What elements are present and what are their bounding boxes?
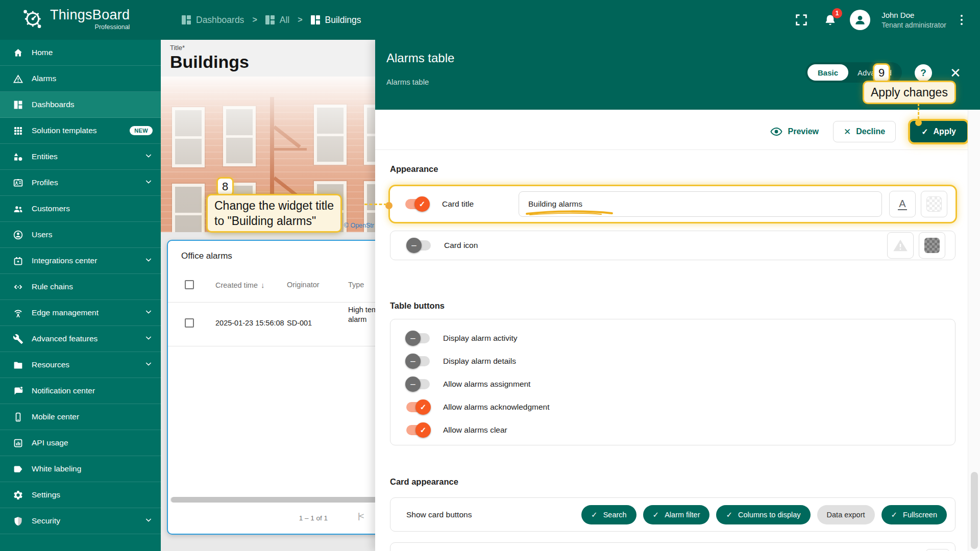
notifications-button[interactable]: 1 xyxy=(821,11,839,29)
column-header-originator[interactable]: Originator xyxy=(287,281,320,289)
sidebar-item-resources[interactable]: Resources xyxy=(0,352,161,378)
smartphone-icon xyxy=(12,411,23,422)
allow-alarms-acknowledgment-toggle[interactable]: ✓ xyxy=(406,402,430,412)
dashboards-icon xyxy=(12,99,23,110)
preview-button[interactable]: Preview xyxy=(770,126,818,138)
toggle-label: Display alarm activity xyxy=(443,334,518,343)
breadcrumb-dashboards[interactable]: Dashboards xyxy=(182,15,244,26)
sidebar-item-dashboards[interactable]: Dashboards xyxy=(0,92,161,118)
sidebar-item-profiles[interactable]: Profiles xyxy=(0,170,161,196)
title-field-value[interactable]: Buildings xyxy=(170,52,249,72)
cell-created-time: 2025-01-23 15:56:08 xyxy=(215,319,284,327)
chip-alarm-filter[interactable]: ✓ Alarm filter xyxy=(643,505,710,524)
chevron-down-icon xyxy=(144,308,153,318)
fullscreen-button[interactable] xyxy=(793,11,810,29)
card-title-input[interactable] xyxy=(519,191,882,217)
cell-originator: SD-001 xyxy=(287,319,312,327)
minus-icon: – xyxy=(411,240,416,251)
breadcrumb-label: Buildings xyxy=(325,15,361,26)
allow-alarms-assignment-toggle[interactable]: – xyxy=(406,379,430,389)
decline-label: Decline xyxy=(856,127,885,136)
card-title-toggle[interactable]: ✓ xyxy=(405,199,429,209)
sort-desc-icon: ↓ xyxy=(261,281,265,289)
sidebar-item-label: Security xyxy=(32,516,144,525)
decline-button[interactable]: ✕ Decline xyxy=(833,121,896,142)
user-menu[interactable]: John Doe Tenant administrator xyxy=(881,11,946,29)
eye-icon xyxy=(770,126,782,138)
sidebar-item-label: Notification center xyxy=(32,386,153,395)
card-icon-toggle[interactable]: – xyxy=(407,240,431,251)
close-icon[interactable]: ✕ xyxy=(947,64,964,82)
panel-scrollbar-thumb[interactable] xyxy=(971,472,978,549)
more-menu-button[interactable] xyxy=(958,12,966,28)
check-icon: ✓ xyxy=(726,510,732,519)
label-tag-icon xyxy=(12,463,23,474)
toggle-row-display-alarm-activity: – Display alarm activity xyxy=(406,327,955,349)
partial-button[interactable] xyxy=(925,549,950,551)
sidebar-item-entities[interactable]: Entities xyxy=(0,144,161,170)
chip-data-export[interactable]: Data export xyxy=(817,505,875,524)
sidebar-item-edge-management[interactable]: Edge management xyxy=(0,300,161,326)
code-brackets-icon xyxy=(12,281,23,292)
office-alarms-widget[interactable]: Office alarms Created time↓ Originator T… xyxy=(167,240,375,535)
horizontal-scrollbar-thumb[interactable] xyxy=(171,497,375,503)
chat-bubble-icon xyxy=(12,385,23,396)
tab-basic[interactable]: Basic xyxy=(807,64,848,81)
select-all-checkbox[interactable] xyxy=(185,280,194,289)
column-header-type[interactable]: Type xyxy=(348,281,364,289)
sidebar-item-api-usage[interactable]: API usage xyxy=(0,430,161,456)
chip-search[interactable]: ✓ Search xyxy=(581,505,636,524)
breadcrumb-buildings[interactable]: Buildings xyxy=(311,15,361,26)
chip-label: Data export xyxy=(827,511,865,519)
sidebar-item-notification-center[interactable]: Notification center xyxy=(0,378,161,404)
display-alarm-activity-toggle[interactable]: – xyxy=(406,333,430,343)
sidebar-item-security[interactable]: Security xyxy=(0,508,161,534)
sidebar-item-alarms[interactable]: Alarms xyxy=(0,66,161,92)
sidebar-item-solution-templates[interactable]: Solution templates NEW xyxy=(0,118,161,144)
tutorial-tooltip-change-title: Change the widget title to "Building ala… xyxy=(206,194,342,233)
sidebar-item-settings[interactable]: Settings xyxy=(0,482,161,508)
title-font-settings-button[interactable]: A xyxy=(889,191,916,217)
icon-color-button[interactable] xyxy=(919,232,945,259)
help-button[interactable]: ? xyxy=(915,64,932,82)
thingsboard-logo[interactable]: ThingsBoard Professional xyxy=(20,7,130,31)
first-page-button[interactable]: |< xyxy=(358,511,363,521)
sidebar-item-label: Settings xyxy=(32,490,153,499)
chevron-down-icon xyxy=(144,334,153,344)
horizontal-scrollbar xyxy=(170,497,375,503)
tutorial-connector-line xyxy=(364,204,387,205)
warning-icon xyxy=(12,73,23,84)
sidebar-item-white-labeling[interactable]: White labeling xyxy=(0,456,161,482)
icon-picker-button[interactable] xyxy=(887,232,914,259)
section-heading-table-buttons: Table buttons xyxy=(390,301,445,311)
breadcrumb-separator: > xyxy=(252,15,257,24)
apply-label: Apply xyxy=(934,127,956,136)
sidebar-item-advanced-features[interactable]: Advanced features xyxy=(0,326,161,352)
sidebar-item-rule-chains[interactable]: Rule chains xyxy=(0,274,161,300)
sidebar-item-users[interactable]: Users xyxy=(0,222,161,248)
entities-icon xyxy=(12,151,23,162)
chip-fullscreen[interactable]: ✓ Fullscreen xyxy=(881,505,947,524)
sidebar-item-customers[interactable]: Customers xyxy=(0,196,161,222)
sidebar-item-home[interactable]: Home xyxy=(0,40,161,66)
avatar[interactable] xyxy=(850,10,870,30)
title-color-button[interactable] xyxy=(921,191,947,217)
sidebar-item-integrations-center[interactable]: Integrations center xyxy=(0,248,161,274)
card-buttons-chips: ✓ Search ✓ Alarm filter ✓ Columns to dis… xyxy=(581,505,947,524)
home-icon xyxy=(12,47,23,58)
show-card-buttons-label: Show card buttons xyxy=(406,510,472,519)
sidebar-item-label: Customers xyxy=(32,204,153,213)
column-header-created-time[interactable]: Created time↓ xyxy=(215,281,265,289)
chip-columns-to-display[interactable]: ✓ Columns to display xyxy=(716,505,810,524)
dashboard-title-field[interactable]: Title* Buildings xyxy=(161,40,375,77)
display-alarm-details-toggle[interactable]: – xyxy=(406,356,430,366)
sidebar-item-label: Edge management xyxy=(32,308,144,317)
breadcrumb-all[interactable]: All xyxy=(265,15,289,26)
toggle-row-allow-alarms-acknowledgment: ✓ Allow alarms acknowledgment xyxy=(406,395,955,418)
cell-type: High temperature alarm xyxy=(348,305,375,324)
sidebar-item-mobile-center[interactable]: Mobile center xyxy=(0,404,161,430)
row-checkbox[interactable] xyxy=(185,318,194,328)
settings-panel-title: Alarms table xyxy=(386,51,454,65)
card-title-label: Card title xyxy=(442,199,519,209)
allow-alarms-clear-toggle[interactable]: ✓ xyxy=(406,425,430,435)
